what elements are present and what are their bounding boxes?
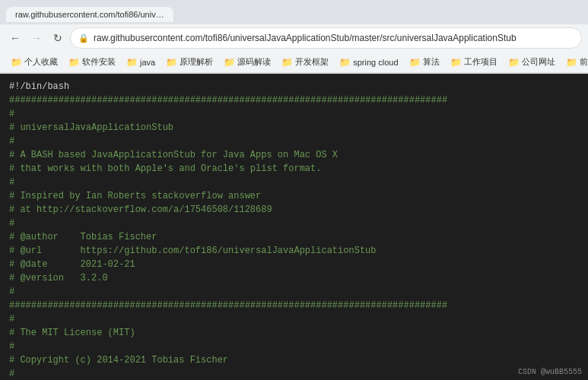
folder-icon: 📁: [508, 57, 520, 68]
url-text: raw.githubusercontent.com/tofi86/univers…: [94, 33, 574, 43]
bookmark-workproject[interactable]: 📁 工作项目: [446, 55, 502, 69]
bookmark-label: 工作项目: [464, 56, 497, 68]
browser-chrome: raw.githubusercontent.com/tofi86/univers…: [0, 0, 588, 74]
code-line: # @author Tobias Fischer: [9, 230, 579, 244]
bookmark-label: 个人收藏: [24, 56, 58, 68]
folder-icon: 📁: [126, 57, 138, 68]
bookmark-algorithm[interactable]: 📁 算法: [405, 55, 444, 69]
bookmark-label: 算法: [423, 56, 440, 68]
folder-icon: 📁: [566, 57, 577, 68]
bookmark-principle[interactable]: 📁 原理解析: [161, 55, 218, 69]
bookmark-software[interactable]: 📁 软件安装: [64, 55, 120, 69]
bookmark-label: 原理解析: [180, 56, 213, 68]
bookmark-label: 软件安装: [82, 56, 116, 68]
folder-icon: 📁: [409, 57, 421, 68]
code-content: #!/bin/bash#############################…: [0, 74, 588, 380]
code-line: ########################################…: [9, 93, 579, 107]
bookmark-label: java: [140, 58, 155, 67]
code-line: # Inspired by Ian Roberts stackoverflow …: [9, 189, 579, 203]
address-bar[interactable]: 🔒 raw.githubusercontent.com/tofi86/unive…: [70, 27, 582, 49]
folder-icon: 📁: [166, 57, 177, 68]
code-line: # that works with both Apple's and Oracl…: [9, 162, 579, 176]
bookmark-java[interactable]: 📁 java: [122, 55, 160, 69]
reload-button[interactable]: ↻: [49, 29, 67, 47]
bookmark-front[interactable]: 📁 前: [561, 55, 588, 69]
bookmark-label: 源码解读: [237, 56, 271, 68]
active-tab[interactable]: raw.githubusercontent.com/tofi86/univers…: [6, 7, 173, 22]
folder-icon: 📁: [450, 57, 462, 68]
bookmark-label: 开发框架: [295, 56, 329, 68]
bookmark-source[interactable]: 📁 源码解读: [219, 55, 275, 69]
bookmark-label: 公司网址: [522, 56, 555, 68]
folder-icon: 📁: [224, 57, 235, 68]
code-line: #: [9, 367, 579, 380]
code-line: #: [9, 285, 579, 299]
folder-icon: 📁: [68, 57, 80, 68]
code-line: #: [9, 135, 579, 148]
bookmark-springcloud[interactable]: 📁 spring cloud: [335, 55, 402, 69]
bookmarks-bar: 📁 个人收藏 📁 软件安装 📁 java 📁 原理解析 📁 源码解读 📁 开发框…: [0, 52, 588, 73]
code-line: ########################################…: [9, 299, 579, 312]
bookmark-companyurl[interactable]: 📁 公司网址: [504, 55, 560, 69]
bookmark-label: 前: [580, 56, 588, 68]
code-line: #: [9, 176, 579, 189]
forward-button[interactable]: →: [27, 29, 46, 47]
bookmark-label: spring cloud: [353, 58, 398, 67]
code-line: #!/bin/bash: [9, 80, 579, 93]
watermark: CSDN @wuBB5555: [518, 366, 582, 378]
code-line: # universalJavaApplicationStub: [9, 121, 579, 135]
bookmark-personal[interactable]: 📁 个人收藏: [6, 55, 62, 69]
code-line: # Copyright (c) 2014-2021 Tobias Fischer: [9, 353, 579, 367]
code-line: # The MIT License (MIT): [9, 326, 579, 340]
folder-icon: 📁: [339, 57, 351, 68]
folder-icon: 📁: [11, 57, 22, 68]
code-line: #: [9, 107, 579, 121]
code-line: # A BASH based JavaApplicationStub for J…: [9, 148, 579, 162]
code-line: # @version 3.2.0: [9, 271, 579, 285]
back-button[interactable]: ←: [6, 29, 24, 47]
code-line: # at http://stackoverflow.com/a/17546508…: [9, 203, 579, 217]
tab-bar: raw.githubusercontent.com/tofi86/univers…: [0, 0, 588, 24]
code-line: # @date 2021-02-21: [9, 258, 579, 271]
folder-icon: 📁: [281, 57, 293, 68]
code-line: #: [9, 340, 579, 353]
lock-icon: 🔒: [78, 33, 89, 43]
code-line: # @url https://github.com/tofi86/univers…: [9, 244, 579, 258]
code-line: #: [9, 312, 579, 326]
nav-bar: ← → ↻ 🔒 raw.githubusercontent.com/tofi86…: [0, 24, 588, 52]
code-line: #: [9, 217, 579, 230]
bookmark-devframe[interactable]: 📁 开发框架: [277, 55, 333, 69]
